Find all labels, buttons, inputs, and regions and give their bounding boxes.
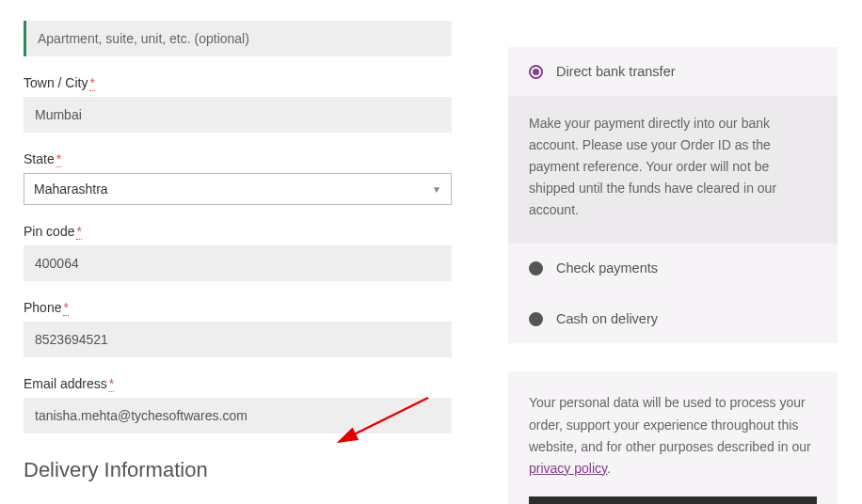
email-label: Email address*	[24, 376, 452, 391]
place-order-button[interactable]: Place order	[529, 496, 817, 504]
city-field: Town / City*	[24, 75, 452, 133]
state-selected-value: Maharashtra	[34, 181, 108, 197]
payment-methods: Direct bank transfer Make your payment d…	[508, 47, 838, 343]
payment-option-label: Cash on delivery	[556, 311, 658, 326]
phone-field: Phone*	[24, 300, 452, 357]
payment-option-label: Check payments	[556, 260, 658, 276]
phone-input[interactable]	[24, 322, 452, 357]
privacy-policy-link[interactable]: privacy policy	[529, 461, 607, 476]
delivery-info-text: Your Estimated shipping date for the ord…	[24, 499, 452, 504]
payment-option-check[interactable]: Check payments	[508, 244, 838, 292]
payment-option-bank[interactable]: Direct bank transfer	[508, 47, 838, 96]
privacy-block: Your personal data will be used to proce…	[508, 371, 838, 504]
address2-field	[24, 21, 452, 56]
state-select[interactable]: Maharashtra ▼	[24, 173, 452, 205]
required-mark: *	[89, 75, 94, 91]
address2-input[interactable]	[24, 21, 452, 56]
payment-option-label: Direct bank transfer	[556, 64, 676, 79]
postcode-field: Pin code*	[24, 224, 452, 281]
order-summary: Direct bank transfer Make your payment d…	[508, 21, 838, 504]
chevron-down-icon: ▼	[432, 184, 441, 195]
postcode-input[interactable]	[24, 245, 452, 281]
phone-label: Phone*	[24, 300, 452, 315]
required-mark: *	[63, 300, 68, 316]
postcode-label: Pin code*	[24, 224, 452, 239]
email-input[interactable]	[24, 398, 452, 433]
payment-option-cod[interactable]: Cash on delivery	[508, 294, 838, 343]
required-mark: *	[56, 151, 61, 167]
city-label: Town / City*	[24, 75, 452, 90]
state-field: State* Maharashtra ▼	[24, 151, 452, 205]
delivery-heading: Delivery Information	[24, 458, 452, 482]
required-mark: *	[109, 376, 114, 392]
billing-form: Town / City* State* Maharashtra ▼ Pin co…	[24, 21, 452, 504]
radio-unselected-icon	[529, 261, 543, 276]
required-mark: *	[76, 224, 81, 240]
city-input[interactable]	[24, 97, 452, 133]
email-field: Email address*	[24, 376, 452, 433]
state-label: State*	[24, 151, 452, 166]
radio-selected-icon	[529, 65, 543, 79]
privacy-text: Your personal data will be used to proce…	[529, 392, 817, 479]
payment-bank-description: Make your payment directly into our bank…	[508, 96, 838, 244]
radio-unselected-icon	[529, 312, 543, 326]
